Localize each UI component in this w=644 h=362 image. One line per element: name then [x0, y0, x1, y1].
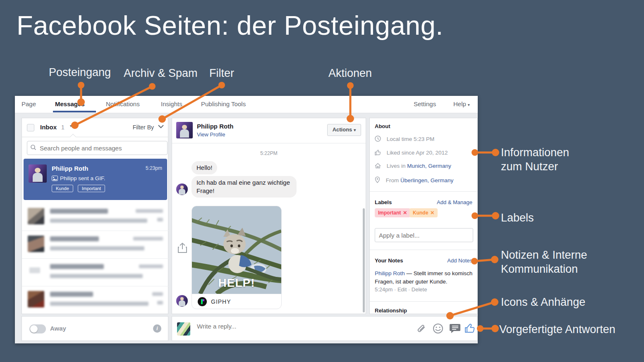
scrollbar[interactable] — [363, 208, 365, 312]
tab-page[interactable]: Page — [22, 100, 36, 107]
redacted-name — [50, 292, 93, 297]
like-icon — [375, 149, 381, 155]
caret-down-icon[interactable]: ▾ — [70, 124, 72, 128]
conversation-tags: Kunde Important — [52, 185, 108, 192]
note-author-link[interactable]: Philipp Roth — [375, 270, 405, 276]
inbox-header: Inbox 1 ▾ Filter By — [22, 118, 168, 137]
select-all-checkbox[interactable] — [27, 124, 34, 131]
annotation-notizen-line1: Notizen & Interne — [501, 249, 587, 261]
gif-image: HELP! — [192, 206, 281, 294]
redacted-message — [50, 246, 144, 250]
avatar — [28, 291, 44, 307]
nav-settings[interactable]: Settings — [414, 100, 436, 107]
avatar — [28, 208, 44, 224]
conversation-redacted-2[interactable] — [22, 231, 169, 259]
avatar — [29, 164, 47, 183]
note-meta[interactable]: 5:24pm · Edit · Delete — [375, 286, 427, 293]
tab-notifications[interactable]: Notifications — [106, 100, 140, 107]
toggle-knob — [30, 325, 38, 333]
about-panel: About Local time 5:23 PM Liked since Apr… — [369, 118, 478, 314]
inbox-panel: Inbox 1 ▾ Filter By Philipp Roth 5:23pm … — [22, 118, 168, 314]
search-input[interactable] — [27, 141, 168, 155]
avatar — [29, 267, 40, 273]
labels-heading: Labels — [375, 199, 392, 205]
away-toggle[interactable] — [29, 324, 46, 333]
caret-down-icon: ▾ — [354, 128, 356, 132]
annotation-informationen-line1: Informationen — [501, 146, 569, 159]
chat-panel: Philipp Roth View Profile Actions▾ 5:22P… — [172, 118, 366, 314]
add-notes-link[interactable]: Add Notes — [447, 257, 472, 264]
conversation-time: 5:23pm — [146, 165, 162, 171]
giphy-logo-icon — [198, 297, 207, 306]
about-local-time: Local time 5:23 PM — [375, 136, 473, 142]
home-icon — [375, 163, 381, 169]
redacted-name — [50, 236, 99, 241]
annotation-notizen: Notizen & Interne Kommunikation — [501, 248, 637, 276]
annotation-informationen-line2: zum Nutzer — [501, 160, 558, 173]
emoji-icon[interactable] — [433, 323, 443, 334]
annotation-archiv-spam: Archiv & Spam — [124, 66, 198, 80]
conversation-selected[interactable]: Philipp Roth 5:23pm Philipp sent a GIF. … — [24, 159, 167, 200]
page-title: Facebook Seiten: der Posteingang. — [17, 10, 443, 41]
relationship-heading: Relationship — [375, 307, 407, 314]
about-liked-since: Liked since Apr 20, 2012 — [375, 149, 473, 156]
divider — [370, 301, 478, 302]
divider — [370, 250, 478, 250]
view-profile-link[interactable]: View Profile — [197, 131, 225, 138]
annotation-icons-anhaenge: Icons & Anhänge — [501, 295, 585, 309]
saved-replies-icon[interactable] — [450, 323, 461, 334]
about-from: From Überlingen, Germany — [375, 176, 473, 183]
apply-label-input[interactable] — [375, 228, 473, 242]
caret-down-icon: ▾ — [468, 102, 470, 107]
redacted-message — [50, 302, 148, 306]
label-pill-important[interactable]: Important✕ — [375, 208, 410, 217]
from-link[interactable]: Überlingen, Germany — [400, 177, 453, 183]
redacted-time — [136, 209, 163, 213]
message-timestamp: 5:22PM — [172, 150, 366, 156]
reply-bar — [172, 316, 478, 341]
add-manage-link[interactable]: Add & Manage — [437, 199, 472, 205]
paperclip-icon[interactable] — [415, 323, 426, 334]
reply-input[interactable] — [196, 322, 380, 330]
conversation-preview: Philipp sent a GIF. — [52, 175, 105, 181]
filter-by-dropdown[interactable]: Filter By — [133, 124, 154, 131]
tab-messages[interactable]: Messages — [55, 100, 85, 107]
tab-insights[interactable]: Insights — [161, 100, 182, 107]
facebook-screenshot: Page Messages Notifications Insights Pub… — [15, 96, 478, 343]
gif-caption: HELP! — [192, 276, 281, 290]
chevron-down-icon[interactable] — [158, 125, 164, 129]
divider — [370, 191, 478, 192]
message-bubble: Ich hab da mal eine ganz wichtige Frage! — [192, 176, 297, 198]
redacted-stub — [157, 301, 163, 305]
tab-publishing-tools[interactable]: Publishing Tools — [201, 100, 246, 107]
redacted-name — [50, 209, 108, 214]
about-heading: About — [375, 123, 390, 129]
nav-help[interactable]: Help▾ — [453, 100, 470, 107]
redacted-time — [139, 264, 163, 268]
redacted-message — [50, 274, 143, 278]
avatar — [176, 183, 188, 195]
annotation-labels: Labels — [501, 211, 534, 225]
image-icon — [52, 176, 58, 181]
lives-in-link[interactable]: Munich, Germany — [407, 163, 451, 169]
actions-button[interactable]: Actions▾ — [327, 124, 361, 136]
conversation-name: Philipp Roth — [52, 165, 88, 172]
gif-attachment[interactable]: HELP! GIPHY — [192, 206, 282, 309]
label-pill-kunde[interactable]: Kunde✕ — [409, 208, 438, 217]
away-label: Away — [50, 325, 66, 332]
info-icon[interactable]: i — [153, 324, 161, 333]
redacted-message — [50, 219, 147, 223]
annotation-filter: Filter — [209, 66, 234, 80]
conversation-redacted-1[interactable] — [22, 203, 169, 231]
conversation-redacted-3[interactable] — [22, 258, 169, 286]
inbox-folder-dropdown[interactable]: Inbox — [40, 124, 57, 131]
conversation-redacted-4[interactable] — [22, 286, 169, 314]
redacted-time — [133, 237, 163, 241]
close-icon[interactable]: ✕ — [403, 210, 407, 216]
note-text: Philipp Roth — Stellt immer so komisch F… — [375, 269, 474, 286]
close-icon[interactable]: ✕ — [430, 210, 434, 216]
share-icon[interactable] — [177, 242, 188, 254]
thumbs-up-icon[interactable] — [464, 322, 475, 334]
annotation-notizen-line2: Kommunikation — [501, 263, 578, 275]
pin-icon — [375, 176, 380, 183]
